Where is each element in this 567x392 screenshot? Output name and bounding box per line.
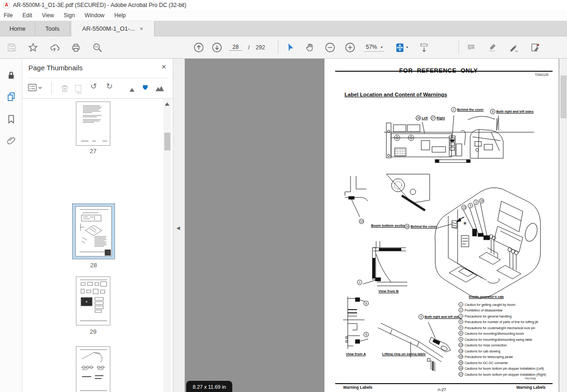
print-icon[interactable]	[70, 41, 82, 54]
view-direction-b-label: B	[464, 221, 466, 225]
zoom-level-value: 57%	[366, 44, 377, 50]
delete-pages-icon[interactable]	[60, 83, 70, 94]
callout-circle: 2	[451, 107, 456, 112]
lifting-ring-drawing	[376, 318, 452, 373]
list-text: Precautions for couterweight mechanical …	[465, 326, 535, 330]
previous-page-icon[interactable]	[193, 41, 205, 54]
document-scrollbar-thumb[interactable]	[560, 75, 567, 118]
favorites-star-icon[interactable]	[27, 41, 39, 54]
page-separator: /	[248, 44, 250, 51]
page-heading: Label Location and Content of Warnings	[344, 92, 447, 97]
chevron-down-icon: ▾	[406, 45, 408, 49]
document-scrollbar[interactable]	[559, 59, 567, 392]
thumbnail-page-29[interactable]	[76, 277, 110, 325]
warning-list-item: 2Prohibition of disassemble	[459, 308, 503, 312]
callout-circle: 27	[431, 115, 436, 121]
page-total: 292	[256, 44, 265, 51]
list-text: Cautions for boom bottom pin stopper ins…	[465, 373, 546, 376]
pdf-page-28: FOR REFERENCE ONLY T034112E Label Locati…	[324, 59, 559, 392]
close-icon[interactable]: ×	[162, 62, 166, 72]
fill-and-sign-icon[interactable]	[508, 41, 520, 54]
share-cloud-upload-icon[interactable]	[48, 41, 61, 54]
tab-document[interactable]: AR-5500M-1_O1-... ×	[71, 21, 155, 36]
list-text: Precautions for general handling	[465, 315, 512, 318]
list-number: 15	[459, 354, 463, 359]
extract-pages-icon[interactable]	[73, 83, 83, 94]
list-text: Cautions for cab stowing	[465, 350, 500, 353]
hand-tool-icon[interactable]	[304, 41, 316, 54]
list-number: 8	[459, 331, 463, 336]
tab-bar: Home Tools AR-5500M-1_O1-... ×	[0, 21, 567, 36]
thumbnail-size-slider[interactable]	[142, 84, 148, 91]
search-icon[interactable]	[91, 41, 103, 54]
warning-list-item: 6Precautions for couterweight mechanical…	[459, 325, 535, 330]
save-icon[interactable]	[6, 41, 18, 54]
thumbnail-29-preview	[76, 277, 111, 326]
list-text: Prohibition of disassemble	[465, 309, 503, 312]
next-page-icon[interactable]	[211, 41, 223, 54]
list-number: 13	[459, 349, 463, 353]
list-number: 1	[459, 302, 463, 307]
scroll-up-arrow-icon[interactable]	[165, 102, 169, 106]
attachments-paperclip-icon[interactable]	[6, 135, 17, 146]
thumbnail-page-30[interactable]	[76, 346, 110, 392]
collapse-panel-icon[interactable]: ◀	[176, 225, 180, 230]
thumbnail-page-27[interactable]	[76, 101, 110, 146]
zoom-in-icon[interactable]	[344, 41, 356, 54]
highlight-icon[interactable]	[486, 41, 499, 54]
callout-9: 9Both right and left sides	[418, 314, 462, 319]
select-tool-icon[interactable]	[284, 41, 296, 54]
tab-tools[interactable]: Tools	[35, 21, 70, 36]
callout-label: Both right and left sides	[496, 110, 533, 113]
bookmarks-icon[interactable]	[6, 114, 17, 125]
tab-close-icon[interactable]: ×	[140, 25, 143, 32]
menu-window[interactable]: Window	[85, 12, 105, 19]
fit-page-icon[interactable]: ▾	[392, 41, 410, 54]
callout-26-27: 26Left 27Right	[416, 115, 445, 121]
list-text: Cautions for hose connection	[465, 344, 507, 347]
callout-6-bottom: 6	[364, 332, 369, 337]
thumbnail-page-28-selected[interactable]	[72, 203, 115, 259]
chevron-down-icon: ▾	[381, 45, 383, 49]
panel-scrollbar-thumb[interactable]	[164, 133, 170, 150]
callout-13: 13	[461, 205, 466, 210]
panel-scrollbar[interactable]	[163, 99, 171, 392]
list-text: Precautions for number of parts of line …	[465, 320, 538, 324]
rotate-clockwise-icon[interactable]: ↻	[106, 81, 113, 91]
menu-help[interactable]: Help	[115, 12, 126, 19]
warning-list-item: 1Caution for getting caught by boom	[459, 302, 515, 307]
reference-banner-text: FOR REFERENCE ONLY	[324, 67, 553, 74]
menu-sign[interactable]: Sign	[64, 12, 75, 19]
zoom-out-icon[interactable]	[324, 41, 336, 54]
tab-tools-label: Tools	[45, 25, 59, 32]
page-thumbnails-icon[interactable]	[6, 91, 17, 102]
comment-icon[interactable]	[465, 41, 477, 54]
warning-list-item: 16Cautions for DC-DC converter	[459, 360, 508, 365]
zoom-level-dropdown[interactable]: 57% ▾	[364, 43, 385, 52]
list-text: Cautions for mounting/dismounting boom	[465, 332, 524, 335]
list-number: 16	[459, 360, 463, 365]
menu-edit[interactable]: Edit	[22, 12, 32, 19]
list-number: 5	[459, 319, 463, 324]
edit-tools-icon[interactable]	[529, 41, 541, 54]
panel-toolbar: ↺ ↻	[22, 78, 173, 99]
scrolling-mode-icon[interactable]	[418, 41, 430, 54]
menu-file[interactable]: File	[4, 12, 13, 19]
window-title: AR-5500M-1_O1-3E.pdf (SECURED) - Adobe A…	[13, 2, 186, 8]
tab-home[interactable]: Home	[0, 21, 35, 36]
enlarge-thumbnails-icon[interactable]	[155, 84, 164, 92]
reduce-thumbnails-icon[interactable]	[128, 86, 135, 92]
thumbnail-options-icon[interactable]	[28, 83, 42, 93]
list-text: Cautions for mounting/dismounting swing …	[465, 338, 532, 341]
page-number-input[interactable]	[229, 44, 242, 51]
warning-list-item: 3Precautions for general handling	[459, 314, 512, 318]
warning-list-item: 9Cautions for mounting/dismounting swing…	[459, 337, 532, 342]
rotate-counterclockwise-icon[interactable]: ↺	[90, 81, 97, 91]
main-toolbar: / 292 57% ▾ ▾	[0, 36, 567, 59]
callout-8: 8Both right and left sides	[490, 109, 533, 114]
warning-list-item: 5Precautions for number of parts of line…	[459, 319, 538, 324]
menu-view[interactable]: View	[42, 12, 54, 19]
document-code-bottom: T61741E	[525, 377, 536, 380]
list-text: Precautions for telescoping pedal	[465, 355, 513, 358]
security-lock-icon[interactable]	[6, 70, 17, 81]
